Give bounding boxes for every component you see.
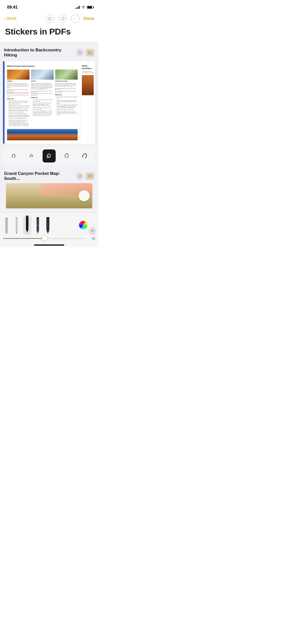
sticker-item-1[interactable] [7,149,20,163]
sticker-item-4[interactable] [60,149,73,163]
wifi-icon [81,6,85,9]
drawing-tool-3[interactable] [22,215,32,235]
season-text-winter: Plan for short days and long, cold night… [31,83,53,90]
back-chevron-icon: ‹ [4,16,6,21]
pdf-season-spring: SPRING AND AUTUMN Plan for short days wi… [55,70,78,127]
page-title-area: Stickers in PDFs [0,26,98,42]
hiking-tips-summer: Start hiking before dawn, in the evening… [7,100,29,126]
svg-rect-13 [16,217,18,219]
svg-rect-28 [46,217,49,218]
svg-rect-18 [26,216,28,217]
season-text-summer: Plan for hot, mostly dry weather in May … [7,83,29,88]
svg-rect-22 [37,217,39,218]
map-preview[interactable] [6,183,92,208]
svg-rect-0 [5,219,8,231]
home-bar [34,244,64,246]
document-section-1: Introduction to Backcountry Hiking What … [0,44,98,212]
section-header-1: Introduction to Backcountry Hiking [0,48,98,61]
drawing-tool-1[interactable] [2,217,11,235]
section-grid-button-2[interactable] [86,172,94,180]
season-image-spring [55,70,78,80]
section-title-2: Grand Canyon Pocket Map: South... [4,171,76,181]
drawing-tool-5[interactable] [43,217,52,235]
section-grid-button-1[interactable] [86,49,94,56]
back-label: Work [7,16,17,21]
drawing-tool-4[interactable] [33,217,42,235]
pdf-content: What to Expect Each Season SUMMER Plan f… [5,61,80,144]
svg-marker-5 [6,232,7,234]
battery-icon [87,6,93,9]
svg-marker-21 [37,232,39,234]
drawing-toolbar: + 50 [0,212,98,242]
section-header-2: Grand Canyon Pocket Map: South... [0,168,98,183]
svg-rect-25 [46,221,49,222]
svg-marker-12 [16,232,17,234]
hiking-tips-winter: Carry over-the-shoe traction devices and… [31,99,53,116]
status-icons [75,6,93,9]
pdf-canyon-panorama [7,129,78,140]
grid-icon-2 [88,175,92,178]
section-divider [0,42,98,44]
season-image-summer [7,70,29,80]
status-bar: 09:41 [0,0,98,13]
svg-rect-23 [37,225,39,226]
thickness-fill [3,238,45,239]
back-button[interactable]: ‹ Work [4,16,17,21]
nav-bar: ‹ Work ··· Done [0,13,98,26]
pdf-preview-wrapper: What to Expect Each Season SUMMER Plan f… [0,61,98,144]
hiking-tips-label-spring: Hiking Tips [55,94,78,96]
season-label-spring: SPRING AND AUTUMN [55,81,78,82]
pdf-right-text: The Bright Angel Fault dow maintained in… [82,71,94,74]
svg-rect-7 [16,218,18,231]
season-subtext-winter: Average temperatures at the top: 19°F to… [31,90,53,96]
sticker-item-3[interactable] [43,149,56,163]
add-tool-button[interactable]: + [89,227,96,235]
season-text-spring: Plan for short days with highly variable… [55,83,78,87]
pdf-heading: What to Expect Each Season [7,65,78,68]
pdf-right-title: HikingInformation [82,65,94,70]
signal-icon [75,6,80,9]
color-picker-button[interactable] [79,220,88,230]
undo-button[interactable] [46,14,54,23]
section-collapse-button-2[interactable] [76,172,84,180]
hiking-tips-spring: If the weather is hot, follow summer hik… [55,96,78,115]
map-circle-handle[interactable] [79,190,90,201]
section-title-1: Introduction to Backcountry Hiking [4,48,76,58]
home-indicator [0,242,98,247]
pdf-right-strip: HikingInformation The Bright Angel Fault… [80,61,95,144]
hiking-tips-label-summer: Hiking Tips [7,98,29,100]
svg-rect-6 [5,218,8,219]
status-time: 09:41 [7,5,18,10]
pdf-season-summer: SUMMER Plan for hot, mostly dry weather … [7,70,29,127]
redo-button[interactable] [58,14,67,23]
sticker-item-2[interactable] [25,149,38,163]
map-preview-wrapper [0,183,98,208]
thickness-value: 50 [88,237,95,240]
svg-marker-27 [47,232,49,234]
pdf-right-canyon-img [82,75,94,95]
season-subtext-summer: Average temperatures at the top: 48°F to… [7,89,29,97]
sticker-picker [3,146,95,166]
season-subtext-spring: Average temperatures at the top: 32°F to… [55,88,78,93]
tools-row: + [0,213,98,236]
thickness-thumb[interactable] [42,236,47,241]
hiking-tips-label-winter: Hiking Tips [31,97,53,99]
more-button[interactable]: ··· [71,14,80,23]
page-title: Stickers in PDFs [5,27,93,37]
grid-icon [88,51,92,54]
drawing-tool-2[interactable] [12,217,21,235]
done-button[interactable]: Done [84,16,94,21]
pdf-season-winter: WINTER Plan for short days and long, col… [31,70,53,127]
season-label-winter: WINTER [31,81,53,82]
sticker-item-5[interactable] [78,149,91,163]
nav-actions: ··· Done [46,14,94,23]
thickness-row: 50 [0,236,98,242]
pdf-page-1[interactable]: What to Expect Each Season SUMMER Plan f… [3,61,95,144]
season-image-winter [31,70,53,80]
pdf-seasons-grid: SUMMER Plan for hot, mostly dry weather … [7,70,78,127]
svg-rect-24 [46,218,49,230]
map-content [6,183,92,208]
season-label-summer: SUMMER [7,81,29,82]
thickness-track[interactable] [3,238,86,239]
section-collapse-button-1[interactable] [76,49,84,56]
